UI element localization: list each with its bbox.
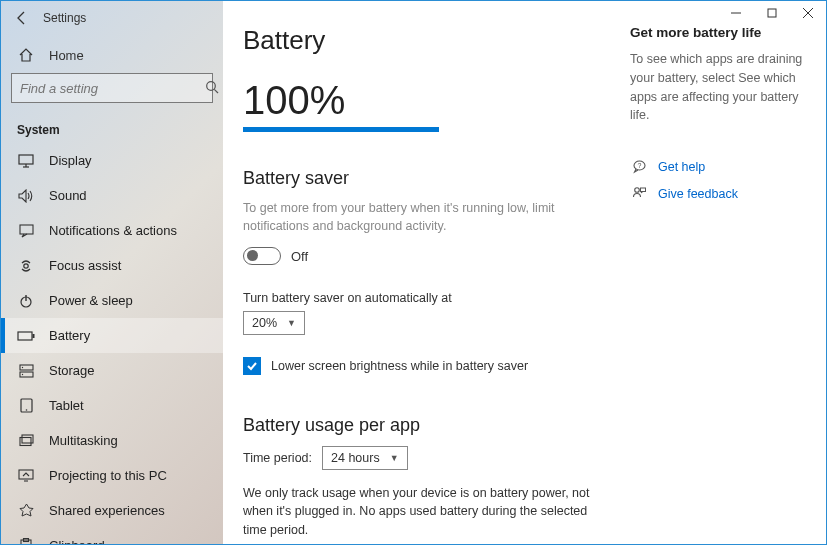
sidebar: Settings Home System DisplaySoundNotific… [1, 1, 223, 544]
sidebar-item-label: Clipboard [49, 538, 105, 544]
tablet-icon [17, 398, 35, 413]
main-content: Battery 100% Battery saver To get more f… [223, 1, 630, 544]
svg-text:?: ? [637, 162, 641, 169]
search-input[interactable] [12, 81, 197, 96]
svg-rect-1 [768, 9, 776, 17]
usage-note: We only track usage when your device is … [243, 484, 606, 538]
get-help-row[interactable]: ? Get help [630, 159, 810, 174]
time-period-select[interactable]: 24 hours ▼ [322, 446, 408, 470]
sidebar-item-label: Shared experiences [49, 503, 165, 518]
sidebar-item-label: Tablet [49, 398, 84, 413]
back-button[interactable] [11, 7, 33, 29]
svg-rect-23 [19, 470, 33, 479]
svg-point-10 [24, 263, 28, 267]
sidebar-item-label: Projecting to this PC [49, 468, 167, 483]
svg-point-20 [25, 409, 27, 411]
sidebar-item-clipboard[interactable]: Clipboard [1, 528, 223, 544]
usage-heading: Battery usage per app [243, 415, 606, 436]
projecting-icon [17, 469, 35, 482]
maximize-button[interactable] [754, 1, 790, 25]
chevron-down-icon: ▼ [287, 318, 296, 328]
feedback-icon [630, 186, 648, 201]
auto-on-select[interactable]: 20% ▼ [243, 311, 305, 335]
page-title: Battery [243, 25, 606, 56]
sidebar-item-storage[interactable]: Storage [1, 353, 223, 388]
time-period-label: Time period: [243, 451, 312, 465]
sidebar-item-tablet[interactable]: Tablet [1, 388, 223, 423]
sidebar-item-multitasking[interactable]: Multitasking [1, 423, 223, 458]
sidebar-item-label: Display [49, 153, 92, 168]
svg-point-28 [634, 188, 639, 193]
sidebar-section-header: System [1, 113, 223, 143]
auto-on-label: Turn battery saver on automatically at [243, 291, 606, 305]
battery-saver-toggle[interactable] [243, 247, 281, 265]
sidebar-item-sound[interactable]: Sound [1, 178, 223, 213]
lower-brightness-label: Lower screen brightness while in battery… [271, 359, 528, 373]
svg-rect-14 [33, 334, 35, 338]
svg-line-5 [214, 89, 218, 93]
battery-percent: 100% [243, 78, 606, 123]
power-icon [17, 294, 35, 308]
sidebar-item-focus[interactable]: Focus assist [1, 248, 223, 283]
sidebar-item-label: Battery [49, 328, 90, 343]
help-icon: ? [630, 159, 648, 174]
sidebar-item-power[interactable]: Power & sleep [1, 283, 223, 318]
sidebar-item-battery[interactable]: Battery [1, 318, 223, 353]
svg-point-4 [207, 81, 216, 90]
multitasking-icon [17, 434, 35, 447]
storage-icon [17, 364, 35, 378]
give-feedback-row[interactable]: Give feedback [630, 186, 810, 201]
search-box[interactable] [11, 73, 213, 103]
battery-icon [17, 331, 35, 341]
search-icon [197, 80, 223, 97]
close-button[interactable] [790, 1, 826, 25]
display-icon [17, 154, 35, 168]
sound-icon [17, 189, 35, 203]
svg-point-18 [21, 373, 22, 374]
battery-saver-heading: Battery saver [243, 168, 606, 189]
home-icon [17, 47, 35, 63]
clipboard-icon [17, 538, 35, 544]
sidebar-item-label: Notifications & actions [49, 223, 177, 238]
sidebar-item-label: Focus assist [49, 258, 121, 273]
get-help-link[interactable]: Get help [658, 160, 705, 174]
sidebar-item-display[interactable]: Display [1, 143, 223, 178]
time-period-value: 24 hours [331, 451, 380, 465]
sidebar-item-label: Storage [49, 363, 95, 378]
sidebar-item-projecting[interactable]: Projecting to this PC [1, 458, 223, 493]
battery-bar [243, 127, 439, 132]
svg-point-17 [21, 366, 22, 367]
sidebar-item-notifications[interactable]: Notifications & actions [1, 213, 223, 248]
notifications-icon [17, 224, 35, 238]
auto-on-value: 20% [252, 316, 277, 330]
sidebar-item-label: Multitasking [49, 433, 118, 448]
aside-heading: Get more battery life [630, 25, 810, 40]
aside-panel: Get more battery life To see which apps … [630, 1, 826, 544]
svg-rect-6 [19, 155, 33, 164]
shared-icon [17, 503, 35, 518]
sidebar-item-label: Power & sleep [49, 293, 133, 308]
sidebar-home-label: Home [49, 48, 84, 63]
focus-icon [17, 259, 35, 273]
svg-rect-13 [18, 332, 32, 340]
app-title: Settings [43, 11, 86, 25]
sidebar-item-label: Sound [49, 188, 87, 203]
battery-saver-toggle-label: Off [291, 249, 308, 264]
chevron-down-icon: ▼ [390, 453, 399, 463]
lower-brightness-checkbox[interactable] [243, 357, 261, 375]
sidebar-home[interactable]: Home [1, 39, 223, 73]
give-feedback-link[interactable]: Give feedback [658, 187, 738, 201]
sidebar-item-shared[interactable]: Shared experiences [1, 493, 223, 528]
aside-desc: To see which apps are draining your batt… [630, 50, 810, 125]
svg-rect-9 [20, 225, 33, 234]
minimize-button[interactable] [718, 1, 754, 25]
svg-rect-29 [640, 188, 645, 192]
battery-saver-desc: To get more from your battery when it's … [243, 199, 603, 235]
